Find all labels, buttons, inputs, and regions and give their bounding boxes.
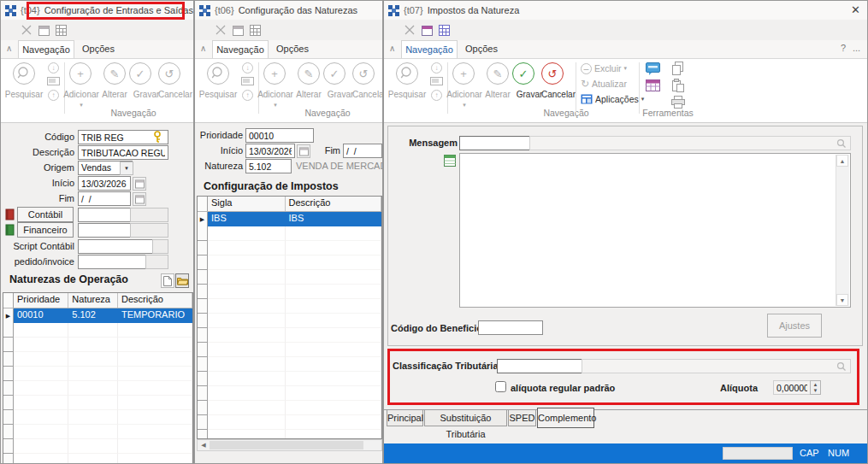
cancel-icon[interactable]: ↺ [541, 62, 564, 85]
adicionar-dropdown-icon[interactable]: ▾ [458, 99, 471, 109]
table-row[interactable] [3, 439, 192, 454]
table-row[interactable] [198, 255, 381, 270]
origem-dropdown-icon[interactable]: ▼ [120, 162, 133, 175]
adicionar-button[interactable]: Adicionar [255, 90, 296, 99]
contabil-button[interactable]: Contábil [17, 207, 74, 222]
alterar-button[interactable]: Alterar [481, 90, 515, 99]
cancelar-button[interactable]: Cancelar [539, 90, 578, 99]
classificacao-lookup-field[interactable] [582, 359, 851, 373]
table-row-selected[interactable]: ▶ IBS IBS [198, 212, 381, 226]
aliquota-regular-padrao-checkbox[interactable] [495, 381, 506, 392]
edit-icon[interactable]: ✎ [298, 62, 320, 85]
fim-date-input[interactable] [343, 144, 382, 158]
col-prioridade[interactable]: Prioridade [14, 293, 68, 308]
inicio-date-input[interactable] [245, 144, 295, 158]
horizontal-scrollbar[interactable]: ◀ [197, 439, 382, 451]
col-sigla[interactable]: Sigla [208, 197, 286, 211]
open-folder-icon[interactable] [175, 273, 189, 288]
inicio-calendar-icon[interactable] [297, 144, 310, 158]
mensagem-input[interactable] [459, 136, 530, 150]
search-icon[interactable] [13, 62, 35, 85]
inicio-date-input[interactable] [78, 176, 131, 191]
record-view-icon[interactable] [241, 76, 254, 86]
search-icon[interactable] [396, 62, 418, 85]
tab-substituicao-tributaria[interactable]: Substituição Tributária [424, 409, 507, 426]
calendar-icon[interactable] [421, 24, 433, 36]
naturezas-grid[interactable]: Prioridade Natureza Descrição ▶ 00010 5.… [3, 292, 193, 464]
descricao-input[interactable] [78, 145, 168, 160]
nav-up-icon[interactable]: ↑ [431, 90, 442, 101]
table-row[interactable] [198, 328, 381, 343]
scrollbar-thumb[interactable] [210, 441, 363, 449]
notes-table-icon[interactable] [444, 155, 456, 167]
scroll-left-icon[interactable]: ◀ [198, 440, 210, 450]
table-row[interactable] [198, 415, 381, 430]
table-row[interactable] [3, 381, 192, 396]
table-settings-icon[interactable] [646, 79, 660, 91]
save-icon[interactable]: ✓ [129, 62, 151, 85]
excluir-button[interactable]: – Excluir▾ [581, 62, 627, 75]
cancel-icon[interactable]: ↺ [352, 62, 375, 85]
close-icon[interactable]: ✕ [851, 3, 860, 16]
adicionar-button[interactable]: Adicionar [444, 90, 485, 99]
fim-calendar-icon[interactable] [133, 192, 146, 206]
tab-sped[interactable]: SPED [508, 409, 536, 426]
lookup-search-icon[interactable] [836, 138, 847, 149]
table-row[interactable] [3, 396, 192, 410]
scroll-down-icon[interactable]: ▼ [836, 294, 848, 306]
table-row[interactable] [198, 299, 381, 314]
contabil-input[interactable] [78, 208, 131, 222]
help-button[interactable]: ? [841, 43, 846, 53]
scroll-up-icon[interactable]: ▲ [836, 155, 848, 167]
calculator-icon[interactable] [55, 24, 67, 36]
table-row[interactable] [198, 357, 381, 372]
adicionar-dropdown-icon[interactable]: ▾ [269, 99, 282, 109]
edit-icon[interactable]: ✎ [487, 62, 509, 85]
nav-down-icon[interactable]: ↓ [242, 62, 253, 73]
calendar-icon[interactable] [38, 24, 50, 36]
table-row[interactable] [198, 343, 381, 357]
fim-date-input[interactable] [78, 191, 131, 206]
tab-navegacao[interactable]: Navegação [18, 40, 74, 58]
titlebar[interactable]: {t04} Configuração de Entradas e Saídas [1, 1, 193, 20]
table-row[interactable] [198, 241, 381, 255]
table-row[interactable] [3, 454, 192, 464]
alterar-button[interactable]: Alterar [292, 90, 326, 99]
ribbon-collapse-icon[interactable]: ∧ [6, 44, 12, 53]
pesquisar-button[interactable]: Pesquisar [195, 90, 241, 99]
collapse-window-icon[interactable] [404, 24, 416, 36]
new-document-icon[interactable] [161, 273, 174, 288]
save-icon[interactable]: ✓ [512, 62, 534, 85]
search-icon[interactable] [207, 62, 229, 85]
classificacao-input[interactable] [497, 359, 582, 373]
script-contabil-input[interactable] [78, 239, 153, 254]
ajustes-button[interactable]: Ajustes [767, 314, 822, 338]
financeiro-input[interactable] [78, 223, 131, 238]
titlebar[interactable]: {t06} Configuração das Naturezas [195, 1, 382, 20]
tab-complemento[interactable]: Complemento [537, 408, 594, 428]
codigo-beneficio-input[interactable] [478, 320, 543, 335]
collapse-window-icon[interactable] [215, 24, 227, 36]
tab-navegacao[interactable]: Navegação [212, 40, 269, 58]
add-icon[interactable]: + [263, 62, 286, 85]
col-natureza[interactable]: Natureza [68, 293, 118, 308]
table-row[interactable] [3, 338, 192, 352]
copy-icon[interactable] [671, 62, 684, 75]
financeiro-button[interactable]: Financeiro [17, 222, 74, 238]
tab-navegacao[interactable]: Navegação [401, 40, 458, 58]
nav-down-icon[interactable]: ↓ [431, 62, 442, 73]
atualizar-button[interactable]: ↻ Atualizar [581, 77, 627, 91]
col-descricao[interactable]: Descrição [118, 293, 192, 308]
nav-down-icon[interactable]: ↓ [48, 62, 59, 73]
add-icon[interactable]: + [452, 62, 475, 85]
pedido-invoice-input[interactable] [78, 255, 146, 269]
save-icon[interactable]: ✓ [323, 62, 345, 85]
col-descricao[interactable]: Descrição [286, 197, 381, 211]
print-icon[interactable] [671, 96, 685, 109]
table-row[interactable] [198, 401, 381, 415]
pesquisar-button[interactable]: Pesquisar [384, 90, 430, 99]
table-row[interactable] [3, 352, 192, 367]
tab-opcoes[interactable]: Opções [459, 40, 504, 58]
adicionar-button[interactable]: Adicionar [61, 90, 102, 99]
calendar-icon[interactable] [232, 24, 244, 36]
